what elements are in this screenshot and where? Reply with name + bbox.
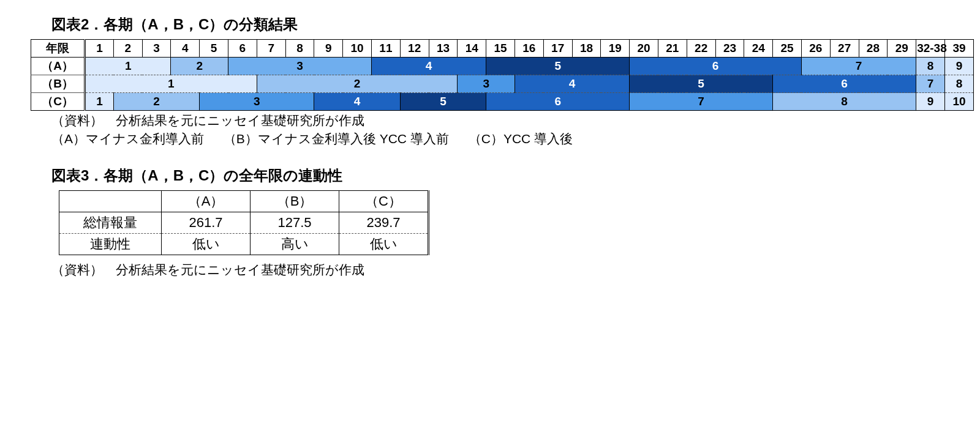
fig2-c-g7: 7 (630, 93, 773, 111)
fig2-col-26: 26 (801, 40, 830, 58)
fig2-a-g6: 6 (630, 58, 802, 75)
fig2-col-13: 13 (429, 40, 458, 58)
fig2-col-12: 12 (400, 40, 429, 58)
fig2-legend-b: （B）マイナス金利導入後 YCC 導入前 (224, 132, 449, 146)
fig2-b-g4: 4 (514, 75, 629, 93)
fig2-c-g6: 6 (486, 93, 630, 111)
fig3-link-a: 低い (162, 234, 251, 255)
fig2-col-5: 5 (200, 40, 228, 58)
fig2-col-6: 6 (228, 40, 257, 58)
fig2-col-7: 7 (257, 40, 285, 58)
fig2-col-27: 27 (830, 40, 859, 58)
fig2-col-10: 10 (343, 40, 372, 58)
fig2-col-4: 4 (171, 40, 200, 58)
fig2-a-g9: 9 (944, 58, 973, 75)
fig3-info-label: 総情報量 (59, 212, 162, 234)
fig2-c-g3: 3 (200, 93, 314, 111)
fig3-table: （A） （B） （C） 総情報量 261.7 127.5 239.7 連動性 低… (59, 190, 429, 255)
fig3-link-b: 高い (251, 234, 339, 255)
fig2-a-g7: 7 (801, 58, 916, 75)
fig2-a-g1: 1 (85, 58, 171, 75)
fig2-b-g2: 2 (257, 75, 458, 93)
fig2-col-21: 21 (658, 40, 687, 58)
fig2-b-g1: 1 (85, 75, 257, 93)
fig2-col-18: 18 (572, 40, 601, 58)
fig2-c-g4: 4 (314, 93, 400, 111)
fig2-col-24: 24 (744, 40, 773, 58)
fig2-a-g2: 2 (171, 58, 228, 75)
fig3-link-label: 連動性 (59, 234, 162, 255)
fig2-c-g5: 5 (400, 93, 486, 111)
fig2-b-g8: 8 (944, 75, 973, 93)
fig3-head-row: （A） （B） （C） (59, 191, 429, 212)
fig3-source: （資料） 分析結果を元にニッセイ基礎研究所が作成 (51, 261, 962, 278)
fig3-col-b: （B） (251, 191, 339, 212)
fig2-col-23: 23 (715, 40, 744, 58)
fig3-col-a: （A） (162, 191, 251, 212)
fig2-col-29: 29 (888, 40, 916, 58)
fig2-a-g4: 4 (371, 58, 486, 75)
fig2-legend: （A）マイナス金利導入前 （B）マイナス金利導入後 YCC 導入前 （C）YCC… (51, 130, 962, 147)
fig3-info-b: 127.5 (251, 212, 339, 234)
fig2-col-16: 16 (514, 40, 543, 58)
fig2-a-g8: 8 (916, 58, 945, 75)
fig3-link-c: 低い (339, 234, 429, 255)
fig2-c-g1: 1 (85, 93, 114, 111)
fig2-table: 年限12345678910111213141516171819202122232… (31, 39, 974, 111)
fig2-legend-a: （A）マイナス金利導入前 (51, 132, 204, 146)
fig2-row-b: （B） (31, 75, 85, 93)
fig2-b-g5: 5 (630, 75, 773, 93)
fig2-col-32-38: 32-38 (916, 40, 945, 58)
fig2-a-g5: 5 (486, 58, 630, 75)
fig3-title: 図表3．各期（A，B，C）の全年限の連動性 (51, 166, 962, 185)
fig3-row-link: 連動性 低い 高い 低い (59, 234, 429, 255)
fig2-col-17: 17 (543, 40, 572, 58)
fig2-col-11: 11 (371, 40, 400, 58)
fig2-col-1: 1 (85, 40, 114, 58)
fig3-info-a: 261.7 (162, 212, 251, 234)
fig2-col-8: 8 (285, 40, 314, 58)
fig2-col-15: 15 (486, 40, 515, 58)
fig2-legend-c: （C）YCC 導入後 (469, 132, 573, 146)
fig2-c-g8: 8 (773, 93, 916, 111)
fig3-row-info: 総情報量 261.7 127.5 239.7 (59, 212, 429, 234)
fig2-row-a: （A） (31, 58, 85, 75)
fig2-col-2: 2 (113, 40, 142, 58)
fig2-col-39: 39 (944, 40, 973, 58)
fig2-col-9: 9 (314, 40, 343, 58)
fig2-b-g7: 7 (916, 75, 945, 93)
fig2-col-25: 25 (773, 40, 802, 58)
fig2-col-20: 20 (630, 40, 658, 58)
fig2-c-g2: 2 (113, 93, 199, 111)
fig3-col-c: （C） (339, 191, 429, 212)
fig2-row-c: （C） (31, 93, 85, 111)
fig2-col-19: 19 (601, 40, 630, 58)
fig2-col-3: 3 (142, 40, 171, 58)
fig2-b-g3: 3 (458, 75, 515, 93)
fig3-info-c: 239.7 (339, 212, 429, 234)
fig2-b-g6: 6 (773, 75, 916, 93)
fig2-col-22: 22 (687, 40, 715, 58)
fig2-c-g10: 10 (944, 93, 973, 111)
fig2-c-g9: 9 (916, 93, 945, 111)
fig2-title: 図表2．各期（A，B，C）の分類結果 (51, 15, 962, 34)
fig2-col-28: 28 (859, 40, 888, 58)
fig2-a-g3: 3 (228, 58, 372, 75)
fig2-source: （資料） 分析結果を元にニッセイ基礎研究所が作成 (51, 112, 962, 129)
fig2-col-14: 14 (458, 40, 486, 58)
fig2-hdr: 年限 (31, 40, 85, 58)
